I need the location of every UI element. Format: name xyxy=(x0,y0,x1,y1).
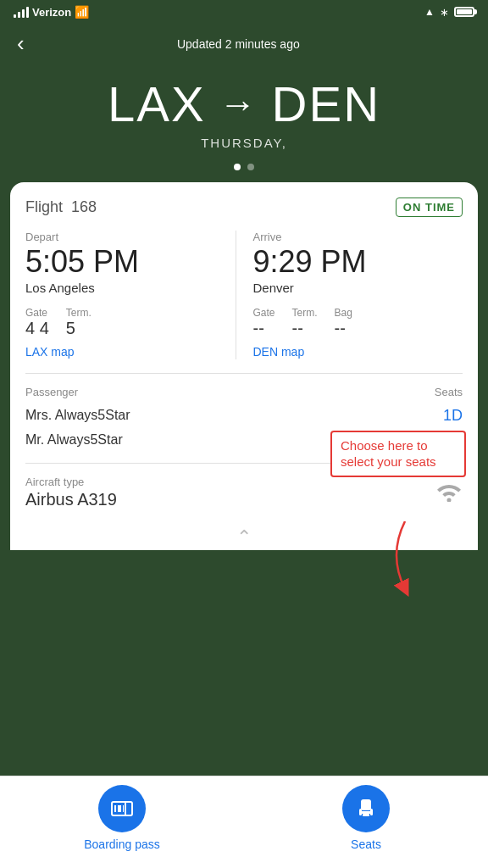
depart-gate-item: Gate 4 4 xyxy=(25,307,49,338)
tab-bar: Boarding pass Seats xyxy=(0,776,488,868)
wifi-status-icon: 📶 xyxy=(75,5,89,19)
route-title: LAX → DEN xyxy=(0,75,488,132)
svg-rect-7 xyxy=(359,809,362,815)
aircraft-section: Aircraft type Airbus A319 xyxy=(25,476,463,509)
arrive-term-item: Term. -- xyxy=(292,307,318,338)
carrier-label: Verizon xyxy=(32,6,71,19)
seats-icon xyxy=(354,797,378,821)
svg-point-0 xyxy=(447,498,452,502)
svg-rect-6 xyxy=(360,811,372,814)
battery-icon xyxy=(454,7,474,17)
tab-boarding-pass[interactable]: Boarding pass xyxy=(0,785,244,851)
depart-time: 5:05 PM xyxy=(25,245,236,279)
passenger-header: Passenger Seats xyxy=(25,386,463,398)
arrive-bag-label: Bag xyxy=(335,307,352,319)
arrive-bag-value: -- xyxy=(335,319,352,338)
svg-rect-3 xyxy=(114,805,116,812)
arrive-label: Arrive xyxy=(253,231,463,243)
seats-tab-label: Seats xyxy=(351,837,381,851)
dot-1[interactable] xyxy=(234,164,241,170)
location-icon: ▲ xyxy=(424,6,435,18)
svg-rect-5 xyxy=(123,805,124,812)
update-text: Updated 2 minutes ago xyxy=(28,37,449,51)
route-arrow-icon: → xyxy=(219,83,258,125)
annotation-box: Choose here to select your seats xyxy=(330,431,466,477)
svg-rect-4 xyxy=(118,805,121,812)
depart-term-label: Term. xyxy=(66,307,92,319)
passenger-name-1: Mrs. Always5Star xyxy=(25,408,130,423)
aircraft-type: Airbus A319 xyxy=(25,490,117,509)
depart-gate-label: Gate xyxy=(25,307,49,319)
passenger-row-1: Mrs. Always5Star 1D xyxy=(25,403,463,428)
depart-gate-value: 4 4 xyxy=(25,319,49,338)
hero-section: LAX → DEN THURSDAY, xyxy=(0,67,488,155)
dot-2[interactable] xyxy=(247,164,254,170)
aircraft-label: Aircraft type xyxy=(25,476,117,488)
arrive-gate-label: Gate xyxy=(253,307,275,319)
tab-seats[interactable]: Seats xyxy=(244,785,488,851)
status-bar: Verizon 📶 ▲ ∗ xyxy=(0,0,488,24)
depart-label: Depart xyxy=(25,231,236,243)
route-date: THURSDAY, xyxy=(0,136,488,150)
arrive-term-value: -- xyxy=(292,319,318,338)
passenger-name-2: Mr. Always5Star xyxy=(25,432,123,448)
flight-number: Flight 168 xyxy=(25,198,97,216)
depart-term-item: Term. 5 xyxy=(66,307,92,338)
battery-fill xyxy=(457,9,472,14)
boarding-pass-icon-circle xyxy=(98,785,146,832)
seats-section-label: Seats xyxy=(435,386,463,398)
boarding-pass-tab-label: Boarding pass xyxy=(84,837,160,851)
passenger-section-label: Passenger xyxy=(25,386,78,398)
boarding-pass-icon xyxy=(110,797,134,821)
flight-num-value: 168 xyxy=(71,198,97,215)
depart-gate-row: Gate 4 4 Term. 5 xyxy=(25,307,236,338)
flight-info-grid: Depart 5:05 PM Los Angeles Gate 4 4 Term… xyxy=(25,231,463,374)
lax-map-link[interactable]: LAX map xyxy=(25,345,75,359)
header: ‹ Updated 2 minutes ago xyxy=(0,24,488,67)
flight-header: Flight 168 ON TIME xyxy=(25,198,463,217)
chevron-up-icon: ⌃ xyxy=(236,528,252,547)
arrive-time: 9:29 PM xyxy=(253,245,463,279)
den-map-link[interactable]: DEN map xyxy=(253,345,305,359)
status-left: Verizon 📶 xyxy=(14,5,89,19)
flight-card: Flight 168 ON TIME Depart 5:05 PM Los An… xyxy=(10,182,478,521)
arrive-bag-item: Bag -- xyxy=(335,307,352,338)
seats-icon-circle xyxy=(342,785,390,832)
seat-number-1: 1D xyxy=(443,407,463,425)
bluetooth-icon: ∗ xyxy=(440,6,449,19)
chevron-up-row[interactable]: ⌃ xyxy=(10,521,478,550)
origin-code: LAX xyxy=(108,75,206,132)
arrive-gate-value: -- xyxy=(253,319,275,338)
status-right: ▲ ∗ xyxy=(424,6,474,19)
depart-city: Los Angeles xyxy=(25,281,236,295)
wifi-card-icon[interactable] xyxy=(435,478,463,507)
aircraft-info: Aircraft type Airbus A319 xyxy=(25,476,117,509)
arrive-gate-row: Gate -- Term. -- Bag -- xyxy=(253,307,463,338)
arrive-column: Arrive 9:29 PM Denver Gate -- Term. -- B… xyxy=(236,231,463,359)
on-time-badge: ON TIME xyxy=(396,198,463,217)
arrive-gate-item: Gate -- xyxy=(253,307,275,338)
svg-rect-8 xyxy=(370,809,373,815)
arrive-term-label: Term. xyxy=(292,307,318,319)
svg-rect-9 xyxy=(363,814,369,816)
destination-code: DEN xyxy=(272,75,380,132)
back-button[interactable]: ‹ xyxy=(14,27,28,60)
pagination-dots xyxy=(0,164,488,170)
depart-term-value: 5 xyxy=(66,319,92,338)
annotation-text: Choose here to select your seats xyxy=(341,438,436,470)
arrive-city: Denver xyxy=(253,281,463,295)
signal-icon xyxy=(14,6,29,18)
flight-label: Flight xyxy=(25,198,63,215)
depart-column: Depart 5:05 PM Los Angeles Gate 4 4 Term… xyxy=(25,231,236,359)
